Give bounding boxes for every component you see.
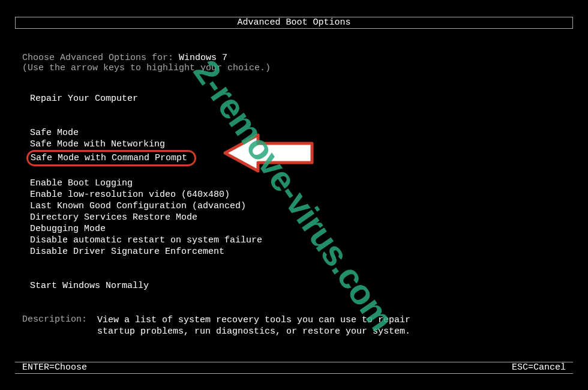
boot-menu: Repair Your Computer Safe Mode Safe Mode… (30, 93, 262, 292)
description-line-2: startup problems, run diagnostics, or re… (97, 326, 410, 337)
menu-item-debug[interactable]: Debugging Mode (30, 223, 262, 235)
prompt-prefix: Choose Advanced Options for: (22, 53, 179, 63)
description: Description: View a list of system recov… (22, 314, 410, 337)
arrow-icon (222, 129, 318, 177)
title-text: Advanced Boot Options (237, 17, 350, 28)
menu-item-repair[interactable]: Repair Your Computer (30, 93, 262, 104)
prompt-line: Choose Advanced Options for: Windows 7 (22, 53, 227, 63)
menu-item-no-drv-sig[interactable]: Disable Driver Signature Enforcement (30, 246, 262, 257)
highlight-ring: Safe Mode with Command Prompt (26, 150, 196, 166)
description-text: View a list of system recovery tools you… (97, 314, 410, 337)
os-name: Windows 7 (179, 53, 227, 63)
footer-enter: ENTER=Choose (22, 362, 87, 373)
title-bar: Advanced Boot Options (15, 17, 573, 29)
description-label: Description: (22, 314, 97, 337)
description-line-1: View a list of system recovery tools you… (97, 314, 410, 326)
footer-bar: ENTER=Choose ESC=Cancel (15, 362, 573, 374)
hint-line: (Use the arrow keys to highlight your ch… (22, 63, 271, 73)
menu-item-low-res[interactable]: Enable low-resolution video (640x480) (30, 189, 262, 200)
menu-item-dsrm[interactable]: Directory Services Restore Mode (30, 212, 262, 223)
svg-marker-0 (225, 135, 312, 171)
menu-item-boot-logging[interactable]: Enable Boot Logging (30, 178, 262, 189)
footer-esc: ESC=Cancel (512, 362, 566, 373)
menu-item-start-normal[interactable]: Start Windows Normally (30, 280, 262, 292)
menu-item-lkgc[interactable]: Last Known Good Configuration (advanced) (30, 200, 262, 212)
menu-item-no-auto-restart[interactable]: Disable automatic restart on system fail… (30, 235, 262, 246)
